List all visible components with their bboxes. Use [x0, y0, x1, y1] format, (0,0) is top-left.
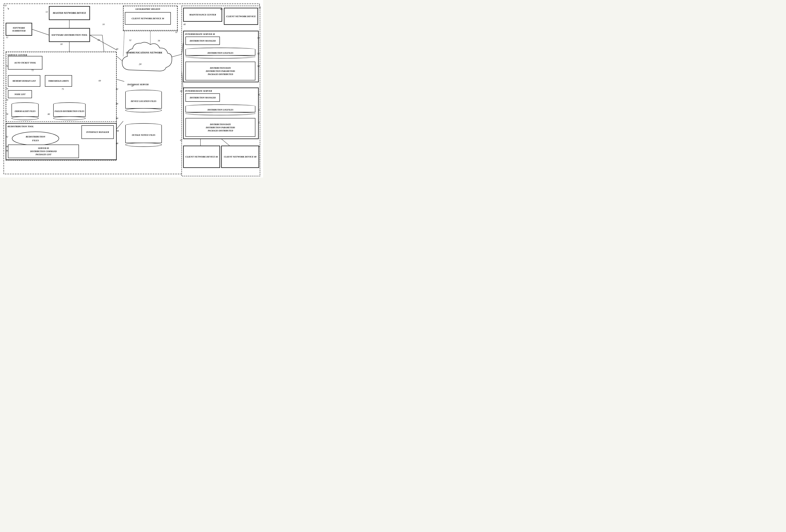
client-network-device-36-label: CLIENT NETWORK DEVICE 36 — [132, 17, 164, 20]
geographic-region-label: GEOGRAPHIC REGION — [125, 7, 171, 10]
ref-54: 54 — [257, 65, 259, 67]
patent-diagram: 10 ↘ MASTER NETWORK DEVICE 12 SOFTWARE S… — [0, 0, 263, 178]
ref-94: 94 — [6, 145, 8, 148]
svg-line-32 — [182, 71, 183, 92]
client-network-device-top-box: CLIENT NETWORK DEVICE — [224, 8, 258, 25]
error-alert-files-cylinder: ERROR ALERT FILES — [11, 102, 39, 120]
svg-text:REDISTRIBUTION: REDISTRIBUTION — [25, 135, 46, 138]
ref-18: 18 — [60, 43, 63, 45]
outage-notice-files-cylinder: OUTAGE NOTICE FILES — [125, 123, 162, 147]
server-id-box: SERVER ID DISTRIBUTION COMMAND PACKAGES … — [8, 144, 79, 158]
client-network-device-36-box: CLIENT NETWORK DEVICE 36 — [125, 12, 171, 25]
ref-50: 50 — [257, 37, 259, 39]
auto-ticket-tool-label: AUTO TICKET TOOL — [14, 61, 36, 64]
ref-12: 12 — [6, 36, 8, 39]
svg-text:FILES: FILES — [32, 139, 39, 142]
communications-network-cloud: COMMUNICATIONS NETWORK 24 — [118, 39, 172, 78]
ref-14: 12 — [46, 10, 48, 13]
distribution-manager-58-label: DISTRIBUTION MANAGER — [190, 96, 215, 99]
distribution-logfiles-60-label: DISTRIBUTION LOGFILES — [208, 109, 233, 111]
dist-date-62-label: DISTRIBUTION/DATE — [210, 123, 231, 126]
redistribution-files-oval: REDISTRIBUTION FILES — [11, 131, 60, 147]
device-location-files-label: DEVICE LOCATION FILES — [131, 100, 156, 102]
dist-command-label: DISTRIBUTION COMMAND — [30, 150, 57, 153]
software-distribution-tool-box: SOFTWARE DISTRIBUTION TOOL — [49, 28, 90, 42]
software-distribution-tool-label: SOFTWARE DISTRIBUTION TOOL — [51, 33, 88, 36]
software-submitter-label: SOFTWARE SUBMITTER — [7, 26, 31, 32]
ref-80: 80 — [48, 113, 50, 115]
redistribution-tool-label: REDISTRIBUTION TOOL — [7, 125, 33, 128]
distribution-logfiles-52-label: DISTRIBUTION LOGFILES — [208, 52, 233, 54]
server-id-label: SERVER ID — [38, 147, 49, 150]
distribution-manager-50-box: DISTRIBUTION MANAGER — [185, 37, 220, 45]
maintenance-center-label: MAINTENANCE CENTER — [189, 13, 216, 16]
database-server-label: DATABASE SERVER — [128, 83, 149, 86]
ref-40: 40 — [183, 23, 186, 25]
packages-dist-62-label: PACKAGES DISTRIBUTED — [208, 129, 233, 132]
distribution-manager-58-box: DISTRIBUTION MANAGER — [185, 93, 220, 102]
comm-network-num: 24 — [139, 63, 141, 66]
packages-list-label: PACKAGES LIST — [36, 153, 51, 156]
memory-domain-list-label: MEMORY DOMAIN LIST — [13, 79, 36, 82]
cloud-svg — [118, 39, 172, 78]
client-network-device-68-box: CLIENT NETWORK DEVICE 68 — [221, 146, 259, 168]
ref-96: 96 — [6, 149, 8, 152]
dist-params-54-box: DISTRIBUTION/DATE DISTRIBUTION PARAMETER… — [185, 62, 255, 80]
ref-20: 20 — [97, 39, 100, 41]
ref-16: 16 — [102, 23, 105, 25]
dist-params-62-box: DISTRIBUTION/DATE DISTRIBUTION PARAMETER… — [185, 118, 255, 137]
interface-manager-box: INTERFACE MANAGER — [82, 125, 114, 139]
threshold-limits-label: THRESHOLD LIMITS — [48, 79, 69, 82]
dist-date-label: DISTRIBUTION/DATE — [210, 66, 231, 70]
interface-manager-label: INTERFACE MANAGER — [86, 131, 109, 134]
dist-params-62-label: DISTRIBUTION PARAMETERS — [206, 126, 235, 129]
packages-dist-label: PACKAGES DISTRIBUTED — [208, 73, 233, 76]
client-network-device-66-box: CLIENT NETWORK DEVICE 66 — [183, 146, 220, 168]
client-network-device-68-label: CLIENT NETWORK DEVICE 68 — [224, 155, 256, 158]
distribution-manager-50-label: DISTRIBUTION MANAGER — [190, 40, 215, 42]
distribution-logfiles-52-cylinder: DISTRIBUTION LOGFILES — [185, 48, 255, 59]
ref-56: 56 — [180, 90, 182, 92]
ref-74: 74 — [6, 87, 8, 90]
maintenance-center-box: MAINTENANCE CENTER — [183, 8, 222, 22]
auto-ticket-tool-box: AUTO TICKET TOOL — [8, 56, 42, 70]
ref-86: 86 — [116, 102, 118, 105]
svg-line-40 — [221, 139, 230, 146]
svg-line-34 — [116, 121, 123, 130]
ref-67: 67 — [180, 139, 182, 141]
ref-88: 88 — [116, 142, 118, 144]
geographic-region-box: GEOGRAPHIC REGION CLIENT NETWORK DEVICE … — [123, 6, 178, 30]
redistribution-oval-svg: REDISTRIBUTION FILES — [11, 131, 60, 146]
outage-notice-files-label: OUTAGE NOTICE FILES — [132, 134, 155, 136]
software-submitter-box: SOFTWARE SUBMITTER — [6, 23, 32, 36]
ref-98: 98 — [117, 130, 119, 132]
svg-line-23 — [32, 29, 49, 35]
node-list-label: NODE LIST — [15, 93, 25, 96]
ref-10: 10 — [4, 4, 6, 7]
device-location-files-cylinder: DEVICE LOCATION FILES — [125, 90, 162, 112]
threshold-limits-box: THRESHOLD LIMITS — [45, 75, 72, 87]
communications-network-label: COMMUNICATIONS NETWORK — [124, 51, 164, 54]
error-alert-files-label: ERROR ALERT FILES — [15, 110, 36, 112]
ref-48: 48 — [220, 8, 223, 10]
ref-47: 47 — [176, 31, 178, 33]
ref-52: 52 — [257, 52, 259, 55]
client-network-device-top-label: CLIENT NETWORK DEVICE — [226, 15, 256, 18]
node-list-box: NODE LIST — [8, 90, 32, 98]
memory-domain-list-box: MEMORY DOMAIN LIST — [8, 75, 40, 87]
failed-distribution-files-label: FAILED DISTRIBUTION FILES — [55, 110, 84, 112]
ref-69: 69 — [98, 79, 101, 82]
arrow-10: ↘ — [7, 7, 9, 10]
ref-92: 92 — [6, 135, 8, 138]
ref-72: 72 — [31, 69, 33, 71]
ref-75: 75 — [62, 88, 64, 90]
intermediate-server-56-label: INTERMEDIATE SERVER — [185, 89, 212, 92]
ref-42: 42 — [258, 6, 261, 9]
svg-line-31 — [182, 42, 183, 54]
ref-82: 82 — [116, 88, 118, 90]
svg-line-28 — [90, 35, 117, 50]
failed-distribution-files-cylinder: FAILED DISTRIBUTION FILES — [53, 102, 86, 120]
ref-90: 90 — [116, 117, 118, 119]
svg-line-33 — [117, 79, 124, 82]
ref-78: 78 — [6, 113, 8, 115]
